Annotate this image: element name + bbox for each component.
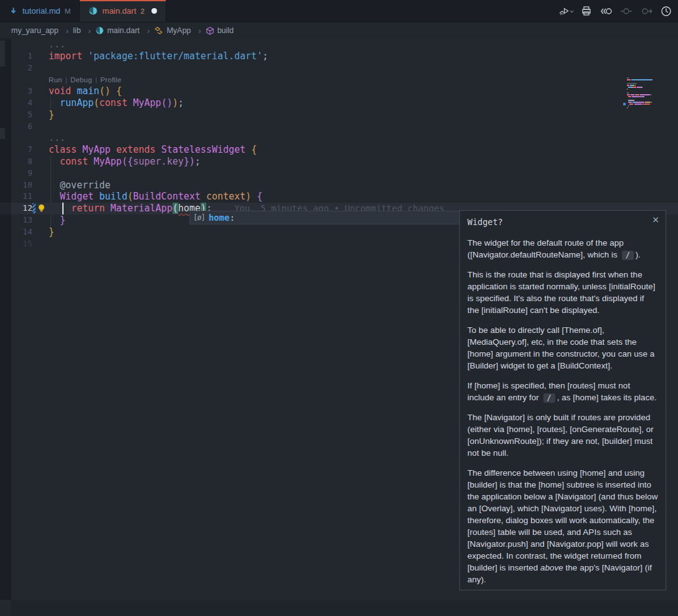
inline-code-chip: /	[622, 251, 634, 260]
code-text[interactable]: ...	[49, 39, 678, 51]
minimap-line	[627, 109, 671, 110]
minimap-line	[627, 98, 671, 99]
code-line[interactable]: 3void main() {	[0, 85, 678, 97]
suggest-widget[interactable]: [ø] home :	[189, 211, 462, 224]
editor-bottom-strip	[11, 600, 678, 616]
code-text[interactable]: import 'package:flutter/material.dart';	[49, 51, 678, 62]
gutter-decorations	[35, 214, 49, 226]
minimap-line	[627, 103, 671, 105]
breadcrumb-item-build[interactable]: build	[206, 26, 234, 36]
code-token: {	[257, 191, 262, 202]
code-line[interactable]: 8 const MyApp({super.key});	[0, 156, 678, 168]
git-status-badge: M	[65, 7, 71, 15]
code-token: (	[173, 203, 178, 214]
code-text[interactable]: runApp(const MyApp());	[49, 97, 678, 109]
code-text[interactable]	[49, 62, 678, 74]
tab-tutorial-md[interactable]: tutorial.md M	[0, 0, 80, 22]
codelens-link-debug[interactable]: Debug	[70, 76, 92, 84]
gutter-decorations	[35, 180, 49, 191]
code-text[interactable]: Widget build(BuildContext context) {	[49, 191, 678, 203]
minimap-line	[627, 100, 671, 101]
gutter-decorations	[35, 51, 49, 62]
code-line[interactable]: 9	[0, 168, 678, 180]
code-text[interactable]: }	[49, 109, 678, 121]
breadcrumb-item-main-dart[interactable]: main.dart	[95, 26, 154, 36]
minimap-line	[627, 107, 671, 108]
gutter-decorations	[35, 121, 49, 133]
hover-paragraph: The [Navigator] is only built if routes …	[467, 411, 658, 459]
debug-run-dropdown-icon[interactable]	[558, 3, 575, 19]
gutter-rail	[0, 109, 11, 121]
code-text[interactable]: void main() {	[49, 85, 678, 97]
gitlens-clock-icon[interactable]	[658, 3, 674, 19]
line-number: 4	[11, 97, 35, 109]
code-line[interactable]: 1import 'package:flutter/material.dart';	[0, 51, 678, 62]
codelens-link-run[interactable]: Run	[49, 76, 62, 84]
dart-icon	[88, 6, 98, 16]
line-number	[11, 74, 35, 85]
code-text[interactable]	[49, 121, 678, 133]
gutter-decorations	[35, 203, 49, 214]
minimap-line	[627, 102, 671, 103]
code-token: }	[49, 109, 54, 120]
text-cursor	[62, 203, 64, 214]
code-line[interactable]: 5}	[0, 109, 678, 121]
gutter-decorations	[35, 168, 49, 180]
code-token: {	[251, 144, 257, 155]
code-line[interactable]: ...	[0, 39, 678, 51]
code-text[interactable]: class MyApp extends StatelessWidget {	[49, 144, 678, 156]
code-token: const	[99, 97, 127, 108]
code-line[interactable]: 6	[0, 121, 678, 133]
breadcrumb-item-my-yaru-app[interactable]: my_yaru_app	[11, 26, 73, 36]
minimap-line	[627, 83, 671, 84]
editor-actions	[558, 0, 674, 22]
gutter-decorations	[35, 74, 49, 85]
breadcrumb-label: my_yaru_app	[11, 26, 59, 35]
code-text[interactable]: Run|Debug|Profile	[49, 74, 678, 85]
code-text[interactable]	[49, 168, 678, 180]
minimap-line	[627, 105, 671, 107]
minimap-line	[627, 79, 671, 80]
inline-code-chip: /	[543, 393, 555, 403]
code-token: )	[173, 97, 178, 108]
code-line[interactable]: 2	[0, 62, 678, 74]
minimap[interactable]	[627, 77, 671, 111]
code-token: ;	[262, 51, 268, 62]
breadcrumb-item-myapp[interactable]: MyApp	[154, 26, 205, 36]
code-line[interactable]: 10 @override	[0, 180, 678, 191]
tab-main-dart[interactable]: main.dart 2	[80, 0, 166, 22]
gutter-decorations	[35, 62, 49, 74]
gutter-decorations	[35, 109, 49, 121]
open-changes-icon[interactable]	[598, 3, 614, 19]
codelens-link-profile[interactable]: Profile	[100, 76, 122, 84]
line-number	[11, 39, 35, 51]
gutter-decorations	[35, 97, 49, 109]
next-change-icon[interactable]	[638, 3, 654, 19]
previous-change-icon[interactable]	[618, 3, 634, 19]
suggest-item-suffix: :	[229, 213, 234, 223]
code-line[interactable]: ...	[0, 132, 678, 144]
codelens-row[interactable]: Run|Debug|Profile	[0, 74, 678, 85]
line-number: 15	[11, 238, 35, 250]
line-number: 12	[11, 203, 35, 214]
gutter-decorations	[35, 85, 49, 97]
breadcrumb-label: MyApp	[166, 26, 191, 35]
code-token: MyApp	[133, 97, 161, 108]
code-token	[88, 156, 93, 167]
code-token: StatelessWidget	[161, 144, 246, 155]
code-text[interactable]: const MyApp({super.key});	[49, 156, 678, 168]
line-number: 1	[11, 51, 35, 62]
code-line[interactable]: 7class MyApp extends StatelessWidget {	[0, 144, 678, 156]
gutter-decorations	[35, 226, 49, 238]
suggest-item-label[interactable]: home	[209, 213, 230, 223]
close-icon[interactable]: ×	[652, 214, 659, 226]
breadcrumb-item-lib[interactable]: lib	[73, 26, 95, 36]
code-text[interactable]: ...	[49, 132, 678, 144]
code-token	[93, 191, 99, 202]
print-icon[interactable]	[578, 3, 594, 19]
code-text[interactable]: @override	[49, 180, 678, 191]
code-token: super.key	[133, 156, 183, 167]
code-line[interactable]: 4 runApp(const MyApp());	[0, 97, 678, 109]
dirty-indicator-dot[interactable]	[151, 8, 157, 14]
code-line[interactable]: 11 Widget build(BuildContext context) {	[0, 191, 678, 203]
